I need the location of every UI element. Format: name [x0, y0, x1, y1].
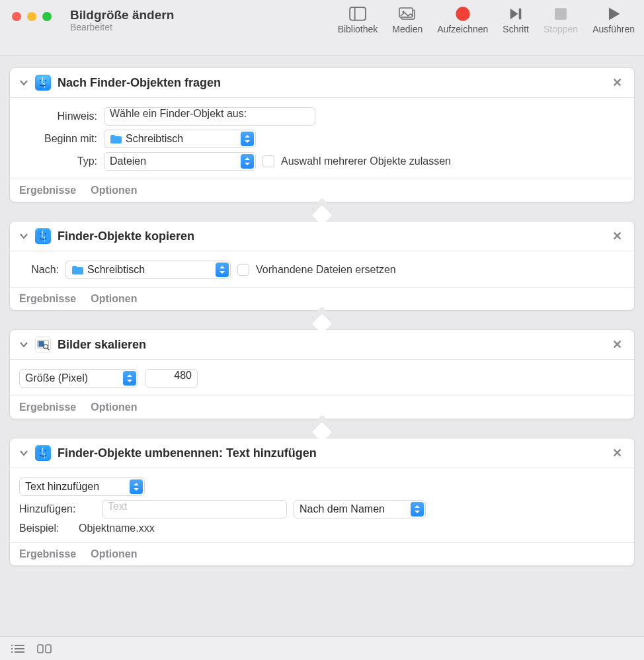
action-title: Bilder skalieren: [58, 338, 603, 352]
action-header[interactable]: Finder-Objekte kopieren ✕: [10, 222, 634, 251]
record-icon: [454, 7, 471, 21]
toolbar-library-button[interactable]: Bibliothek: [338, 7, 378, 34]
chevron-down-icon[interactable]: [19, 340, 28, 349]
chevron-down-icon[interactable]: [19, 78, 28, 87]
options-link[interactable]: Optionen: [91, 401, 137, 413]
toolbar-label: Schritt: [503, 24, 529, 34]
toolbar-label: Bibliothek: [338, 24, 378, 34]
position-value: Nach dem Namen: [300, 503, 385, 515]
start-folder-value: Schreibtisch: [126, 133, 183, 145]
updown-icon: [241, 154, 254, 169]
rename-op-value: Text hinzufügen: [25, 481, 99, 493]
svg-point-13: [45, 233, 46, 235]
svg-rect-27: [38, 645, 43, 653]
action-remove-button[interactable]: ✕: [610, 337, 625, 352]
results-link[interactable]: Ergebnisse: [19, 401, 76, 413]
to-folder-popup[interactable]: Schreibtisch: [65, 261, 231, 279]
window-zoom-button[interactable]: [42, 12, 52, 21]
action-body: Hinweis: Wähle ein Finder-Objekt aus: Be…: [10, 98, 634, 179]
updown-icon: [411, 502, 424, 516]
toolbar-run-button[interactable]: Ausführen: [592, 7, 635, 34]
status-bar: [0, 636, 644, 660]
svg-line-17: [48, 349, 50, 351]
svg-rect-0: [350, 7, 366, 20]
replace-checkbox[interactable]: [237, 264, 249, 276]
hint-label: Hinweis:: [19, 110, 97, 122]
rename-op-popup[interactable]: Text hinzufügen: [19, 477, 145, 496]
svg-point-9: [40, 80, 41, 81]
options-link[interactable]: Optionen: [91, 293, 137, 305]
options-link[interactable]: Optionen: [91, 185, 137, 196]
sidebar-icon: [349, 7, 366, 21]
toolbar-label: Stoppen: [543, 24, 578, 34]
workflow-area[interactable]: Nach Finder-Objekten fragen ✕ Hinweis: W…: [0, 56, 644, 636]
action-title: Nach Finder-Objekten fragen: [58, 76, 603, 90]
scale-size-input[interactable]: 480: [145, 369, 198, 388]
variables-view-icon[interactable]: [37, 643, 52, 654]
results-link[interactable]: Ergebnisse: [19, 548, 76, 560]
svg-rect-6: [519, 9, 522, 20]
finder-icon: [35, 228, 51, 244]
action-header[interactable]: Finder-Objekte umbenennen: Text hinzufüg…: [10, 438, 634, 468]
toolbar-label: Ausführen: [592, 24, 635, 34]
window-title: Bildgröße ändern: [70, 8, 209, 22]
multi-select-checkbox[interactable]: [262, 155, 274, 167]
to-label: Nach:: [19, 264, 59, 276]
window-close-button[interactable]: [12, 12, 21, 21]
results-link[interactable]: Ergebnisse: [19, 185, 76, 196]
multi-select-label: Auswahl mehrerer Objekte zulassen: [281, 155, 451, 167]
step-icon: [507, 7, 524, 21]
toolbar: Bibliothek Medien Aufzeichnen Schritt St…: [338, 7, 635, 34]
action-scale-images: Bilder skalieren ✕ Größe (Pixel) 480 Erg…: [9, 329, 635, 419]
play-icon: [605, 7, 622, 21]
folder-icon: [110, 134, 122, 144]
folder-icon: [71, 265, 83, 274]
hint-input[interactable]: Wähle ein Finder-Objekt aus:: [104, 107, 315, 126]
toolbar-stop-button: Stoppen: [543, 7, 578, 34]
window-subtitle: Bearbeitet: [70, 22, 209, 32]
toolbar-step-button[interactable]: Schritt: [503, 7, 529, 34]
updown-icon: [130, 479, 143, 494]
connector: [9, 419, 635, 438]
options-link[interactable]: Optionen: [91, 548, 137, 560]
add-label: Hinzufügen:: [19, 503, 95, 515]
scale-mode-popup[interactable]: Größe (Pixel): [19, 369, 138, 388]
photos-icon: [399, 7, 416, 21]
action-copy-finder: Finder-Objekte kopieren ✕ Nach: Schreibt…: [9, 221, 635, 311]
svg-point-20: [45, 450, 46, 452]
titlebar: Bildgröße ändern Bearbeitet Bibliothek M…: [0, 0, 644, 56]
window-minimize-button[interactable]: [27, 12, 36, 21]
chevron-down-icon[interactable]: [19, 448, 28, 458]
start-folder-popup[interactable]: Schreibtisch: [104, 130, 256, 148]
example-value: Objektname.xxx: [79, 522, 155, 534]
action-ask-finder: Nach Finder-Objekten fragen ✕ Hinweis: W…: [9, 67, 635, 202]
toolbar-record-button[interactable]: Aufzeichnen: [437, 7, 488, 34]
example-label: Beispiel:: [19, 522, 72, 534]
finder-icon: [35, 75, 51, 91]
action-remove-button[interactable]: ✕: [610, 229, 625, 243]
updown-icon: [123, 371, 136, 386]
position-popup[interactable]: Nach dem Namen: [294, 500, 426, 518]
connector: [9, 311, 635, 329]
action-remove-button[interactable]: ✕: [610, 75, 625, 90]
type-popup[interactable]: Dateien: [104, 152, 256, 171]
start-label: Beginn mit:: [19, 133, 97, 145]
type-label: Typ:: [19, 155, 97, 167]
finder-icon: [35, 445, 51, 461]
toolbar-media-button[interactable]: Medien: [392, 7, 423, 34]
svg-point-12: [40, 233, 41, 235]
add-text-input[interactable]: Text: [102, 500, 287, 518]
action-rename-finder: Finder-Objekte umbenennen: Text hinzufüg…: [9, 438, 635, 566]
action-remove-button[interactable]: ✕: [610, 446, 625, 460]
svg-rect-7: [555, 9, 567, 20]
action-header[interactable]: Bilder skalieren ✕: [10, 330, 634, 360]
replace-label: Vorhandene Dateien ersetzen: [256, 264, 396, 276]
svg-point-5: [456, 7, 469, 21]
log-view-icon[interactable]: [11, 643, 25, 654]
type-value: Dateien: [110, 155, 146, 167]
updown-icon: [241, 132, 254, 146]
updown-icon: [216, 263, 229, 277]
chevron-down-icon[interactable]: [19, 231, 28, 241]
action-header[interactable]: Nach Finder-Objekten fragen ✕: [10, 68, 634, 98]
results-link[interactable]: Ergebnisse: [19, 293, 76, 305]
